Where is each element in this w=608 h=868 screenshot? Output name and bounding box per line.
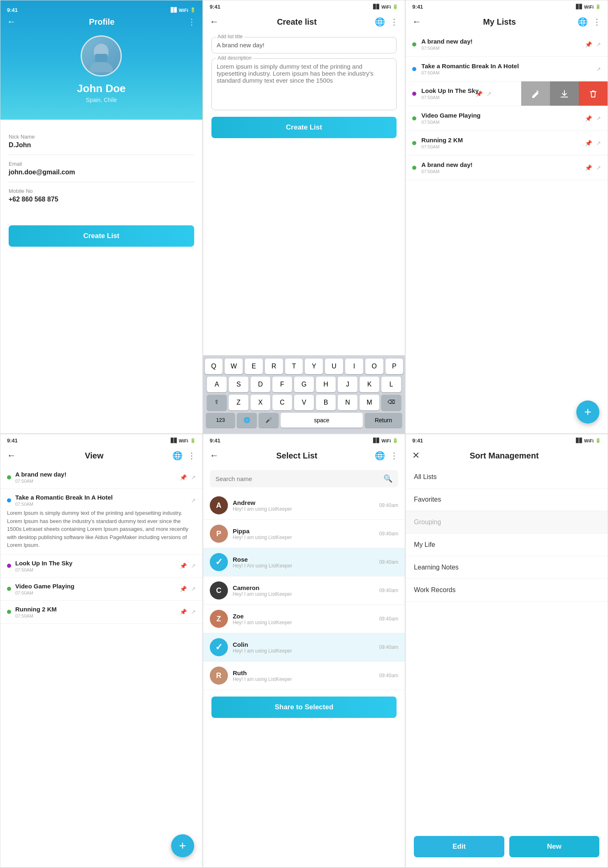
key-m[interactable]: M bbox=[360, 395, 379, 410]
list-item[interactable]: A brand new day! 07:50AM 📌 ↗ bbox=[406, 155, 608, 180]
view-list-item[interactable]: Look Up In The Sky 07:50AM 📌 ↗ bbox=[0, 555, 202, 578]
key-r[interactable]: R bbox=[265, 359, 283, 374]
delete-swipe-button[interactable] bbox=[579, 81, 608, 106]
key-c[interactable]: C bbox=[272, 395, 292, 410]
key-k[interactable]: K bbox=[360, 377, 379, 392]
share-icon[interactable]: ↗ bbox=[191, 562, 196, 569]
key-return[interactable]: Return bbox=[365, 413, 402, 428]
close-icon[interactable]: ✕ bbox=[412, 450, 420, 461]
key-i[interactable]: I bbox=[345, 359, 363, 374]
pin-icon[interactable]: 📌 bbox=[180, 474, 187, 481]
share-icon[interactable]: ↗ bbox=[596, 115, 601, 122]
key-mic[interactable]: 🎤 bbox=[259, 413, 278, 428]
view-list-item[interactable]: Video Game Playing 07:50AM 📌 ↗ bbox=[0, 578, 202, 601]
sort-item-all-lists[interactable]: All Lists bbox=[406, 466, 608, 488]
pin-icon[interactable]: 📌 bbox=[476, 90, 483, 97]
key-globe[interactable]: 🌐 bbox=[237, 413, 257, 428]
more-icon[interactable]: ⋮ bbox=[593, 17, 601, 27]
key-b[interactable]: B bbox=[316, 395, 336, 410]
sort-item-grouping[interactable]: Grouping bbox=[406, 511, 608, 534]
globe-icon[interactable]: 🌐 bbox=[375, 17, 385, 27]
share-icon[interactable]: ↗ bbox=[596, 140, 601, 146]
key-h[interactable]: H bbox=[316, 377, 336, 392]
share-icon[interactable]: ↗ bbox=[596, 164, 601, 171]
share-to-selected-button[interactable]: Share to Selected bbox=[211, 697, 397, 718]
desc-input[interactable] bbox=[217, 63, 392, 104]
list-item[interactable]: Video Game Playing 07:50AM 📌 ↗ bbox=[406, 106, 608, 131]
contact-item[interactable]: A Andrew Hey! I am using ListKeeper 09:4… bbox=[203, 491, 405, 520]
more-icon[interactable]: ⋮ bbox=[390, 451, 398, 461]
back-arrow-icon[interactable]: ← bbox=[7, 16, 16, 27]
search-input[interactable] bbox=[216, 475, 384, 482]
key-z[interactable]: Z bbox=[229, 395, 248, 410]
pin-icon[interactable]: 📌 bbox=[585, 115, 592, 122]
share-icon[interactable]: ↗ bbox=[191, 474, 196, 481]
back-arrow-icon[interactable]: ← bbox=[412, 16, 421, 27]
share-icon[interactable]: ↗ bbox=[191, 586, 196, 592]
back-arrow-icon[interactable]: ← bbox=[210, 450, 219, 461]
pin-icon[interactable]: 📌 bbox=[180, 586, 187, 592]
view-list-item[interactable]: Running 2 KM 07:50AM 📌 ↗ bbox=[0, 601, 202, 624]
sort-item-learning-notes[interactable]: Learning Notes bbox=[406, 556, 608, 579]
sort-item-work-records[interactable]: Work Records bbox=[406, 579, 608, 602]
pin-icon[interactable]: 📌 bbox=[585, 164, 592, 171]
edit-button[interactable]: Edit bbox=[414, 836, 504, 857]
contact-item[interactable]: Z Zoe Hey! I am using ListKeeper 09:40am bbox=[203, 605, 405, 633]
share-icon[interactable]: ↗ bbox=[191, 497, 196, 504]
key-y[interactable]: Y bbox=[305, 359, 323, 374]
key-j[interactable]: J bbox=[338, 377, 357, 392]
key-q[interactable]: Q bbox=[205, 359, 223, 374]
pin-icon[interactable]: 📌 bbox=[180, 562, 187, 569]
globe-icon[interactable]: 🌐 bbox=[578, 17, 588, 27]
key-space[interactable]: space bbox=[281, 413, 363, 428]
back-arrow-icon[interactable]: ← bbox=[210, 16, 219, 27]
view-list-item[interactable]: Take a Romantic Break In A Hotel 07:50AM… bbox=[0, 489, 202, 555]
key-o[interactable]: O bbox=[365, 359, 383, 374]
key-g[interactable]: G bbox=[294, 377, 314, 392]
title-input[interactable] bbox=[217, 42, 392, 49]
contact-item[interactable]: P Pippa Hey! I am using ListKeeper 09:40… bbox=[203, 520, 405, 548]
key-n[interactable]: N bbox=[338, 395, 357, 410]
pin-icon[interactable]: 📌 bbox=[585, 41, 592, 48]
contact-item[interactable]: R Ruth Hey! I am using ListKeeper 09:40a… bbox=[203, 662, 405, 690]
list-item[interactable]: Running 2 KM 07:50AM 📌 ↗ bbox=[406, 131, 608, 155]
key-l[interactable]: L bbox=[381, 377, 401, 392]
fab-button[interactable]: + bbox=[576, 400, 599, 424]
key-t[interactable]: T bbox=[285, 359, 303, 374]
download-swipe-button[interactable] bbox=[550, 81, 579, 106]
fab-button[interactable]: + bbox=[171, 834, 194, 857]
list-item[interactable]: Take a Romantic Break In A Hotel 07:50AM… bbox=[406, 57, 608, 81]
contact-item[interactable]: ✓ Rose Hey! I Am using ListKeeper 09:40a… bbox=[203, 548, 405, 576]
share-icon[interactable]: ↗ bbox=[191, 609, 196, 615]
share-icon[interactable]: ↗ bbox=[596, 41, 601, 48]
key-w[interactable]: W bbox=[225, 359, 243, 374]
edit-swipe-button[interactable] bbox=[521, 81, 550, 106]
globe-icon[interactable]: 🌐 bbox=[375, 451, 385, 461]
key-backspace[interactable]: ⌫ bbox=[381, 395, 401, 410]
create-list-button[interactable]: Create List bbox=[9, 225, 194, 247]
key-shift[interactable]: ⇧ bbox=[207, 395, 227, 410]
share-icon[interactable]: ↗ bbox=[596, 66, 601, 72]
back-arrow-icon[interactable]: ← bbox=[7, 450, 16, 461]
key-v[interactable]: V bbox=[294, 395, 314, 410]
contact-item[interactable]: C Cameron Hey! I am using ListKeeper 09:… bbox=[203, 576, 405, 605]
new-button[interactable]: New bbox=[509, 836, 599, 857]
key-x[interactable]: X bbox=[251, 395, 270, 410]
key-p[interactable]: P bbox=[385, 359, 404, 374]
key-a[interactable]: A bbox=[207, 377, 227, 392]
more-icon[interactable]: ⋮ bbox=[390, 17, 398, 27]
more-icon[interactable]: ⋮ bbox=[188, 451, 196, 461]
pin-icon[interactable]: 📌 bbox=[180, 609, 187, 615]
key-u[interactable]: U bbox=[325, 359, 343, 374]
list-item[interactable]: Look Up In The Sky 07:50AM 📌 ↗ bbox=[406, 81, 608, 106]
more-icon[interactable]: ⋮ bbox=[188, 17, 196, 27]
key-e[interactable]: E bbox=[245, 359, 263, 374]
share-icon[interactable]: ↗ bbox=[487, 90, 492, 97]
key-123[interactable]: 123 bbox=[206, 413, 235, 428]
view-list-item[interactable]: A brand new day! 07:50AM 📌 ↗ bbox=[0, 466, 202, 489]
sort-item-my-life[interactable]: My Life bbox=[406, 534, 608, 556]
key-d[interactable]: D bbox=[251, 377, 270, 392]
key-s[interactable]: S bbox=[229, 377, 248, 392]
create-list-button[interactable]: Create List bbox=[211, 117, 397, 138]
globe-icon[interactable]: 🌐 bbox=[172, 451, 183, 461]
